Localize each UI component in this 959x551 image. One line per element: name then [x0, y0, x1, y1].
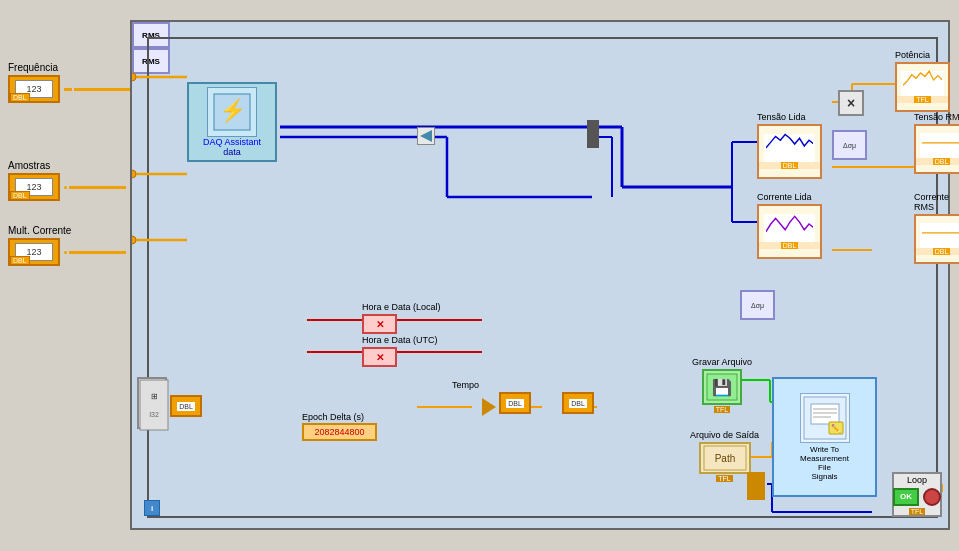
- merge-node-1: [587, 120, 599, 148]
- potencia-chart: TFL: [895, 62, 950, 112]
- daq-icon: ⚡: [207, 87, 257, 137]
- svg-point-3: [132, 73, 136, 81]
- tempo-arrow: [482, 398, 496, 416]
- main-container: Frequência 123 DBL Amostras 123 DBL: [0, 0, 959, 551]
- write-icon: ✏️: [800, 393, 850, 443]
- corrente-lida-badge: DBL: [759, 242, 820, 249]
- daq-data: data: [223, 147, 241, 157]
- svg-point-4: [132, 170, 136, 178]
- daq-label: DAQ Assistant: [203, 137, 261, 147]
- hora-data-utc-error: ✕: [362, 347, 397, 367]
- frequencia-label: Frequência: [8, 62, 134, 73]
- tensao-lida-chart: DBL: [757, 124, 822, 179]
- frequencia-input[interactable]: 123 DBL: [8, 75, 60, 103]
- hora-data-local-label: Hora e Data (Local): [362, 302, 441, 312]
- gravar-arquivo-label: Gravar Arquivo: [692, 357, 752, 367]
- tensao-rms-block: Tensão RMS DBL: [914, 112, 959, 174]
- corrente-chart-inner: [764, 214, 816, 242]
- corrente-rms-chart-inner: [920, 223, 959, 248]
- tensao-lida-label: Tensão Lida: [757, 112, 822, 122]
- utc-error-x: ✕: [376, 352, 384, 363]
- corrente-stats-block: Δσμ: [740, 290, 775, 320]
- stop-button[interactable]: [923, 488, 941, 506]
- gravar-arquivo-block: Gravar Arquivo 💾 TFL: [692, 357, 752, 413]
- tensao-rms-badge: DBL: [916, 158, 959, 165]
- svg-text:Path: Path: [714, 453, 735, 464]
- daq-assistant-block[interactable]: ⚡ DAQ Assistant data: [187, 82, 277, 162]
- gravar-tfl: TFL: [714, 406, 730, 413]
- hora-data-local-block: Hora e Data (Local) ✕: [362, 302, 441, 334]
- corrente-lida-block: Corrente Lida DBL: [757, 192, 822, 259]
- potencia-badge: TFL: [897, 96, 948, 103]
- arquivo-tfl: TFL: [716, 475, 732, 482]
- epoch-label: Epoch Delta (s): [302, 412, 377, 422]
- tensao-rms-chart-inner: [920, 133, 959, 158]
- loop-tfl: TFL: [909, 508, 925, 515]
- corrente-rms-block: Corrente RMS DBL: [914, 192, 959, 264]
- epoch-value-block: Epoch Delta (s) 2082844800: [302, 412, 377, 441]
- svg-rect-53: [811, 404, 839, 424]
- corrente-rms-badge: DBL: [916, 248, 959, 255]
- write-label: Write To Measurement File: [800, 445, 849, 472]
- loop-indicator: i: [144, 500, 160, 516]
- frequencia-control: Frequência 123 DBL: [8, 62, 134, 103]
- bundle-node: [747, 472, 765, 500]
- corrente-lida-label: Corrente Lida: [757, 192, 822, 202]
- arquivo-saida-label: Arquivo de Saída: [690, 430, 759, 440]
- tensao-rms-chart: DBL: [914, 124, 959, 174]
- coerce-node: [417, 127, 435, 145]
- gravar-icon: 💾: [702, 369, 742, 405]
- amostras-input[interactable]: 123 DBL: [8, 173, 60, 201]
- mult-corrente-label: Mult. Corrente: [8, 225, 126, 236]
- multiply-node: ×: [838, 90, 864, 116]
- write-to-measurement-block: ✏️ Write To Measurement File Signals: [772, 377, 877, 497]
- epoch-structure-block: ⊞ I32: [137, 377, 167, 429]
- corrente-lida-chart: DBL: [757, 204, 822, 259]
- svg-text:💾: 💾: [712, 378, 732, 397]
- amostras-control: Amostras 123 DBL: [8, 160, 126, 201]
- potencia-chart-inner: [901, 71, 944, 96]
- hora-data-local-error: ✕: [362, 314, 397, 334]
- loop-label: Loop: [907, 475, 927, 485]
- dbl-node-1: DBL: [499, 392, 531, 414]
- tensao-chart-inner: [764, 134, 816, 162]
- mult-corrente-input[interactable]: 123 DBL: [8, 238, 60, 266]
- arquivo-path-icon: Path: [699, 442, 751, 474]
- potencia-block: Potência TFL: [895, 50, 950, 112]
- tempo-label: Tempo: [452, 380, 479, 390]
- hora-error-x: ✕: [376, 319, 384, 330]
- dbl-node-2: DBL: [562, 392, 594, 414]
- hora-data-utc-label: Hora e Data (UTC): [362, 335, 438, 345]
- epoch-value[interactable]: 2082844800: [302, 423, 377, 441]
- svg-text:✏️: ✏️: [831, 423, 841, 433]
- svg-text:I32: I32: [149, 411, 159, 418]
- hora-data-utc-block: Hora e Data (UTC) ✕: [362, 335, 438, 367]
- svg-rect-45: [140, 380, 168, 430]
- write-signals-label: Signals: [811, 472, 837, 481]
- corrente-rms-chart: DBL: [914, 214, 959, 264]
- potencia-label: Potência: [895, 50, 950, 60]
- diagram-canvas: i: [130, 20, 950, 530]
- svg-point-5: [132, 236, 136, 244]
- tensao-rms-label: Tensão RMS: [914, 112, 959, 122]
- corrente-rms-label: Corrente RMS: [914, 192, 959, 212]
- amostras-label: Amostras: [8, 160, 126, 171]
- dbl-node-epoch: DBL: [170, 395, 202, 417]
- ok-button[interactable]: OK: [893, 488, 919, 506]
- tensao-lida-badge: DBL: [759, 162, 820, 169]
- left-controls-panel: Frequência 123 DBL Amostras 123 DBL: [0, 20, 130, 530]
- mult-corrente-control: Mult. Corrente 123 DBL: [8, 225, 126, 266]
- svg-marker-44: [420, 130, 432, 142]
- loop-block: Loop OK TFL: [892, 472, 942, 517]
- tensao-stats-block: Δσμ: [832, 130, 867, 160]
- tensao-lida-block: Tensão Lida DBL: [757, 112, 822, 179]
- svg-text:⊞: ⊞: [151, 392, 158, 401]
- svg-text:⚡: ⚡: [219, 97, 247, 124]
